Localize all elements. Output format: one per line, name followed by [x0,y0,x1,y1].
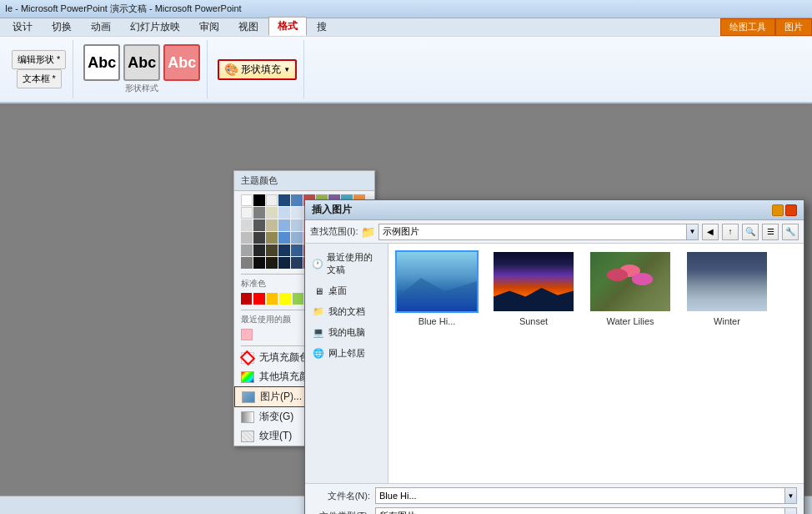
color-r6-5[interactable] [291,257,303,269]
color-picker-icon [241,371,254,383]
ribbon-group-fill: 🎨 形状填充 ▼ [211,40,304,98]
color-cell-g1[interactable] [266,194,278,206]
std-color-3[interactable] [267,293,278,305]
sidebar-recent-label: 最近使用的文稿 [327,251,381,276]
dialog-bottom: 文件名(N): Blue Hi... ▼ 文件类型(T): 所有图片 ▼ 工具(… [305,483,804,514]
nav-search-button[interactable]: 🔍 [742,224,759,240]
color-cell-b1[interactable] [253,194,265,206]
std-color-1[interactable] [241,293,252,305]
color-r5-4[interactable] [278,244,290,256]
sidebar-item-mypc[interactable]: 💻 我的电脑 [305,322,388,343]
color-r3-1[interactable] [241,219,253,231]
color-r6-4[interactable] [278,257,290,269]
location-value: 示例图片 [379,225,686,238]
color-r6-3[interactable] [266,257,278,269]
filetype-select-wrapper[interactable]: 所有图片 ▼ [375,507,797,514]
gradient-icon [241,411,254,423]
color-r2-4[interactable] [278,207,290,219]
color-r2-5[interactable] [291,207,303,219]
thumbnail-blue-hills[interactable]: Blue Hi... [395,250,479,326]
text-box-button[interactable]: 文本框 * [17,69,62,88]
color-r5-1[interactable] [241,244,253,256]
tab-review[interactable]: 审阅 [190,18,228,36]
filetype-dropdown-arrow[interactable]: ▼ [784,508,796,514]
std-color-4[interactable] [279,293,290,305]
thumbnail-img-blue-hills [395,250,479,313]
nav-back-button[interactable]: ◀ [702,224,719,240]
tab-design[interactable]: 设计 [3,18,42,36]
thumbnail-label-water-lilies: Water Lilies [606,316,654,326]
tab-view[interactable]: 视图 [229,18,268,36]
std-color-5[interactable] [293,293,303,305]
thumbnail-sunset[interactable]: Sunset [492,250,575,326]
color-r4-4[interactable] [278,232,290,244]
dialog-close-button[interactable] [785,204,797,216]
sidebar-item-recent[interactable]: 🕐 最近使用的文稿 [305,247,388,280]
thumbnail-water-lilies[interactable]: Water Lilies [589,250,672,326]
color-cell-w1[interactable] [241,194,253,206]
sidebar-mydocs-label: 我的文档 [328,305,365,318]
location-select[interactable]: 示例图片 ▼ [378,224,699,240]
color-cell-b2[interactable] [278,194,290,206]
location-dropdown-arrow[interactable]: ▼ [686,224,698,239]
dialog-content: Blue Hi... Sunset Water Lili [388,244,804,483]
thumbnail-img-water-lilies [589,250,672,313]
abc-style-1[interactable]: Abc [83,44,120,81]
color-r2-1[interactable] [241,207,253,219]
color-r4-1[interactable] [241,232,253,244]
color-cell-b3[interactable] [291,194,303,206]
texture-icon [241,431,254,442]
color-r6-1[interactable] [241,257,253,269]
color-r2-2[interactable] [253,207,265,219]
edit-shape-button[interactable]: 编辑形状 * [12,50,66,69]
tab-animation[interactable]: 动画 [82,18,120,36]
color-r5-5[interactable] [291,244,303,256]
color-r3-4[interactable] [278,219,290,231]
dialog-minimize-button[interactable] [772,204,784,216]
color-r3-2[interactable] [253,219,265,231]
sidebar-item-desktop[interactable]: 🖥 桌面 [305,280,388,301]
shape-fill-button[interactable]: 🎨 形状填充 ▼ [218,59,297,80]
tab-switch[interactable]: 切换 [43,18,81,36]
mydocs-icon: 📁 [312,306,325,318]
context-tab-drawing[interactable]: 绘图工具 [720,18,775,36]
tab-slideshow[interactable]: 幻灯片放映 [121,18,189,36]
sidebar-mypc-label: 我的电脑 [328,326,365,339]
color-r3-5[interactable] [291,219,303,231]
tab-format[interactable]: 格式 [268,17,307,36]
dialog-location-area: 查找范围(I): 📁 示例图片 ▼ [310,224,699,240]
color-r4-2[interactable] [253,232,265,244]
nav-up-button[interactable]: ↑ [722,224,739,240]
color-r5-2[interactable] [253,244,265,256]
context-tabs: 绘图工具 图片 [720,18,812,36]
sidebar-desktop-label: 桌面 [328,285,347,297]
std-color-2[interactable] [253,293,264,305]
filename-dropdown-arrow[interactable]: ▼ [784,488,796,503]
color-r6-2[interactable] [253,257,265,269]
color-r4-5[interactable] [291,232,303,244]
color-r5-3[interactable] [266,244,278,256]
tab-search[interactable]: 搜 [308,18,336,36]
abc-style-3[interactable]: Abc [163,44,200,81]
thumbnail-winter[interactable]: Winter [685,250,769,326]
ribbon-group-styles: Abc Abc Abc 形状样式 [77,40,208,98]
filetype-row: 文件类型(T): 所有图片 ▼ [312,507,797,514]
color-r2-3[interactable] [266,207,278,219]
recent-color-1[interactable] [241,329,253,340]
desktop-icon: 🖥 [312,285,325,297]
filename-input-wrapper[interactable]: Blue Hi... ▼ [375,487,797,504]
texture-label: 纹理(T) [259,429,292,443]
recent-icon: 🕐 [312,258,323,270]
context-tab-image[interactable]: 图片 [775,18,812,36]
sidebar-item-mydocs[interactable]: 📁 我的文档 [305,301,388,322]
thumbnail-label-sunset: Sunset [519,316,548,326]
nav-tools-button[interactable]: 🔧 [782,224,799,240]
color-r4-3[interactable] [266,232,278,244]
abc-buttons-container: Abc Abc Abc [83,44,200,81]
abc-style-2[interactable]: Abc [123,44,160,81]
picture-label: 图片(P)... [260,390,302,404]
sidebar-item-network[interactable]: 🌐 网上邻居 [305,343,388,364]
color-r3-3[interactable] [266,219,278,231]
dialog-title-text: 插入图片 [312,203,352,217]
nav-view-button[interactable]: ☰ [762,224,779,240]
